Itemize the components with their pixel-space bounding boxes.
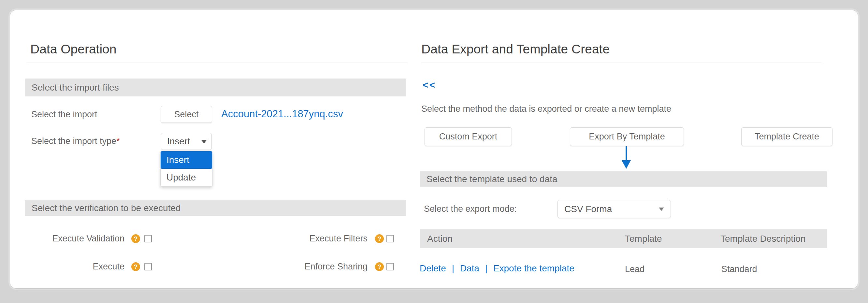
required-asterisk: *: [116, 136, 120, 146]
table-cell-template: Lead: [625, 264, 645, 275]
enforce-sharing-checkbox[interactable]: [386, 263, 394, 270]
execute-filters-label: Execute Filters: [228, 234, 368, 243]
data-link[interactable]: Data: [460, 263, 479, 273]
section-header-verification: Select the verification to be executed: [25, 200, 406, 216]
export-mode-label: Select the export mode:: [424, 204, 517, 213]
table-cell-description: Standard: [721, 264, 757, 275]
execute-checkbox[interactable]: [144, 263, 152, 270]
export-by-template-button[interactable]: Export By Template: [570, 127, 684, 146]
collapse-panel-link[interactable]: <<: [423, 79, 436, 91]
template-table-header: Action Template Template Description: [420, 230, 827, 248]
main-card: Data Operation Select the import files S…: [10, 10, 858, 289]
action-separator: |: [452, 263, 454, 273]
chevron-down-icon: [201, 140, 207, 143]
custom-export-button[interactable]: Custom Export: [425, 127, 512, 146]
dropdown-option-insert[interactable]: Insert: [161, 151, 212, 169]
left-title-divider: [26, 63, 408, 63]
dropdown-option-update[interactable]: Update: [161, 169, 212, 186]
execute-validation-label: Execute Validation: [31, 234, 124, 243]
chevron-down-icon: [659, 208, 664, 211]
execute-filters-checkbox[interactable]: [386, 235, 394, 242]
import-type-label: Select the import type*: [31, 137, 120, 146]
import-type-label-text: Select the import type: [31, 136, 116, 146]
action-separator: |: [485, 263, 488, 273]
select-file-button[interactable]: Select: [161, 106, 212, 123]
select-import-label: Select the import: [31, 110, 97, 119]
help-icon[interactable]: ?: [375, 262, 384, 271]
imported-file-link[interactable]: Account-2021...187ynq.csv: [221, 108, 343, 120]
template-create-button[interactable]: Template Create: [741, 127, 833, 146]
table-row-actions: Delete | Data | Expote the template: [420, 263, 575, 274]
export-mode-select[interactable]: CSV Forma: [557, 200, 671, 218]
arrow-down-icon: [622, 160, 631, 169]
data-operation-title: Data Operation: [30, 41, 117, 57]
export-template-link[interactable]: Expote the template: [493, 263, 575, 273]
column-action: Action: [427, 230, 453, 248]
data-export-title: Data Export and Template Create: [421, 41, 610, 57]
execute-label: Execute: [31, 262, 124, 271]
help-icon[interactable]: ?: [375, 234, 384, 243]
help-icon[interactable]: ?: [131, 262, 140, 271]
delete-link[interactable]: Delete: [420, 263, 446, 273]
arrow-down-icon: [626, 146, 627, 161]
execute-validation-checkbox[interactable]: [144, 235, 152, 242]
help-icon[interactable]: ?: [131, 234, 140, 243]
right-title-divider: [421, 63, 822, 63]
section-header-template: Select the template used to data: [420, 171, 827, 187]
import-type-value: Insert: [167, 136, 190, 147]
enforce-sharing-label: Enforce Sharing: [228, 262, 368, 271]
import-type-select[interactable]: Insert: [161, 133, 212, 150]
column-template-description: Template Description: [720, 230, 805, 248]
app-background: Data Operation Select the import files S…: [0, 0, 868, 303]
export-mode-value: CSV Forma: [564, 204, 612, 214]
section-header-import-files: Select the import files: [25, 79, 406, 96]
import-type-dropdown: Insert Update: [160, 151, 212, 187]
export-method-description: Select the method the data is exported o…: [421, 104, 671, 113]
column-template: Template: [625, 230, 662, 248]
